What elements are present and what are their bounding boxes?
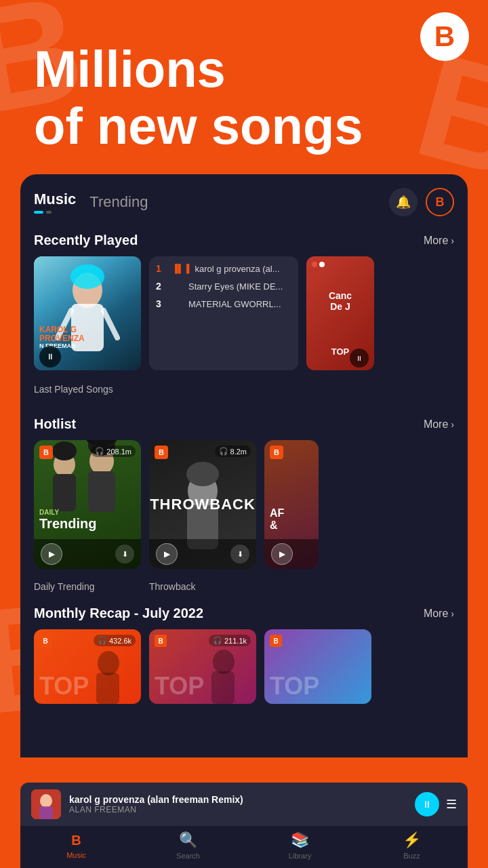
hero-line2: of new songs xyxy=(34,97,363,155)
recently-played-title: Recently Played xyxy=(34,233,138,248)
bars-icon: ▐▌▐ xyxy=(172,264,190,273)
svg-point-15 xyxy=(98,651,119,675)
trending-bottom-bar: ▶ ⬇ xyxy=(34,539,141,569)
monthly-scroll: B 🎧 432.6k TOP B 🎧 211.1k TOP xyxy=(20,629,468,715)
hotlist-label-throwback: Throwback xyxy=(149,577,256,595)
np-artist: ALAN FREEMAN xyxy=(69,805,407,814)
monthly-card-3[interactable]: B TOP xyxy=(264,629,371,704)
hotlist-more[interactable]: More › xyxy=(424,418,454,431)
np-title: karol g provenza (alan freeman Remix) xyxy=(69,794,407,805)
trending-title: Trending xyxy=(39,516,96,532)
hotlist-header: Hotlist More › xyxy=(20,406,468,440)
throwback-tag: B xyxy=(155,446,168,459)
hotlist-title: Hotlist xyxy=(34,416,76,432)
hotlist-card-trending[interactable]: Daily Trending B 🎧 208.1m ▶ ⬇ xyxy=(34,440,141,569)
rp-track-1-title: karol g provenza (al... xyxy=(195,264,280,274)
brand-button[interactable]: B xyxy=(426,188,454,216)
nav-search[interactable]: 🔍 Search xyxy=(132,831,244,863)
svg-point-14 xyxy=(186,462,219,486)
pause-icon: ⏸ xyxy=(46,352,54,361)
tab-trending[interactable]: Trending xyxy=(89,193,148,211)
np-pause-icon: ⏸ xyxy=(422,799,432,810)
rp-track-1[interactable]: 1 ▐▌▐ karol g provenza (al... xyxy=(156,263,291,274)
nav-library[interactable]: 📚 Library xyxy=(244,831,356,863)
svg-rect-18 xyxy=(211,671,235,704)
nav-music[interactable]: B Music xyxy=(20,833,132,862)
app-card: Music Trending 🔔 B Recently Played More … xyxy=(20,174,468,757)
rp-side-title: CancDe J xyxy=(312,290,369,312)
rp-list-card: 1 ▐▌▐ karol g provenza (al... 2 Starry E… xyxy=(149,256,298,370)
search-nav-icon: 🔍 xyxy=(179,831,197,849)
np-controls: ⏸ ☰ xyxy=(415,792,457,816)
tab-music-container: Music xyxy=(34,191,76,214)
monthly-recap-title: Monthly Recap - July 2022 xyxy=(34,606,203,621)
throwback-play-count: 🎧 8.2m xyxy=(215,446,251,457)
hero-line1: Millions xyxy=(34,40,226,98)
monthly-card-2[interactable]: B 🎧 211.1k TOP xyxy=(149,629,256,704)
app-header: Music Trending 🔔 B xyxy=(20,174,468,222)
svg-rect-16 xyxy=(96,673,119,704)
np-thumb-art xyxy=(31,789,61,819)
monthly-card-1[interactable]: B 🎧 432.6k TOP xyxy=(34,629,141,704)
headphones-icon: 🎧 xyxy=(95,447,104,456)
monthly-b-3: B xyxy=(270,635,282,647)
throwback-download-button[interactable]: ⬇ xyxy=(230,545,249,564)
logo-letter: B xyxy=(434,20,455,53)
nav-buzz-label: Buzz xyxy=(403,852,420,860)
svg-rect-9 xyxy=(88,471,115,512)
trending-b-icon: B xyxy=(39,446,53,459)
side-indicator xyxy=(312,262,325,267)
np-pause-button[interactable]: ⏸ xyxy=(415,792,439,816)
svg-rect-6 xyxy=(53,474,76,511)
nav-buzz[interactable]: ⚡ Buzz xyxy=(356,831,468,863)
music-nav-icon: B xyxy=(71,833,81,848)
tab-music[interactable]: Music xyxy=(34,191,76,208)
trending-download-button[interactable]: ⬇ xyxy=(115,545,134,564)
afro-tag: B xyxy=(270,446,283,459)
hotlist-card-afro[interactable]: AF& B ▶ xyxy=(264,440,319,569)
notification-button[interactable]: 🔔 xyxy=(389,188,418,216)
throwback-bottom-bar: ▶ ⬇ xyxy=(149,539,256,569)
rp-track-3[interactable]: 3 MATERIAL GWORRL... xyxy=(156,298,291,309)
recently-played-more[interactable]: More › xyxy=(424,235,454,247)
trending-play-button[interactable]: ▶ xyxy=(41,543,62,565)
afro-play-button[interactable]: ▶ xyxy=(271,543,293,565)
hotlist-more-chevron: › xyxy=(451,419,454,430)
rp-track-3-title: MATERIAL GWORRL... xyxy=(188,299,281,309)
monthly-top-bg-3: TOP xyxy=(270,672,319,701)
rp-card-label: Last Played Songs xyxy=(20,381,468,406)
monthly-recap-more[interactable]: More › xyxy=(424,608,454,620)
headphones-icon-2: 🎧 xyxy=(219,447,228,456)
brand-b-icon: B xyxy=(436,195,445,210)
afro-title: AF& xyxy=(270,507,284,532)
nav-music-label: Music xyxy=(66,851,86,859)
svg-point-20 xyxy=(40,794,52,808)
recently-played-scroll: KAROL GPROVENZA N FREEMAN ⏸ 1 ▐▌▐ karol … xyxy=(20,256,468,381)
svg-rect-21 xyxy=(39,806,53,819)
dot-active xyxy=(34,211,43,214)
throwback-b-icon: B xyxy=(155,446,168,459)
buzz-nav-icon: ⚡ xyxy=(403,831,421,849)
nav-search-label: Search xyxy=(176,852,200,860)
rp-pause-button[interactable]: ⏸ xyxy=(39,346,61,368)
np-queue-button[interactable]: ☰ xyxy=(446,797,457,812)
svg-line-3 xyxy=(104,311,117,338)
hotlist-card-throwback[interactable]: THROWBACK B 🎧 8.2m ▶ ⬇ xyxy=(149,440,256,569)
more-chevron-icon: › xyxy=(451,235,454,246)
rp-track-2[interactable]: 2 Starry Eyes (MIKE DE... xyxy=(156,281,291,292)
rp-main-card[interactable]: KAROL GPROVENZA N FREEMAN ⏸ xyxy=(34,256,141,370)
trending-play-count: 🎧 208.1m xyxy=(91,446,136,457)
hero-section: Millions of new songs xyxy=(0,0,488,154)
app-logo[interactable]: B xyxy=(420,12,469,61)
monthly-more-chevron: › xyxy=(451,608,454,619)
svg-point-17 xyxy=(213,650,235,674)
throwback-play-button[interactable]: ▶ xyxy=(156,543,178,565)
monthly-figure-2 xyxy=(149,629,256,704)
hotlist-label-trending: Daily Trending xyxy=(34,577,141,595)
hotlist-scroll: Daily Trending B 🎧 208.1m ▶ ⬇ xyxy=(20,440,468,574)
bottom-nav: B Music 🔍 Search 📚 Library ⚡ Buzz xyxy=(20,826,468,868)
monthly-recap-header: Monthly Recap - July 2022 More › xyxy=(20,597,468,629)
np-info: karol g provenza (alan freeman Remix) AL… xyxy=(69,794,407,814)
throwback-title: THROWBACK xyxy=(150,496,256,513)
afro-b-icon: B xyxy=(270,446,283,459)
